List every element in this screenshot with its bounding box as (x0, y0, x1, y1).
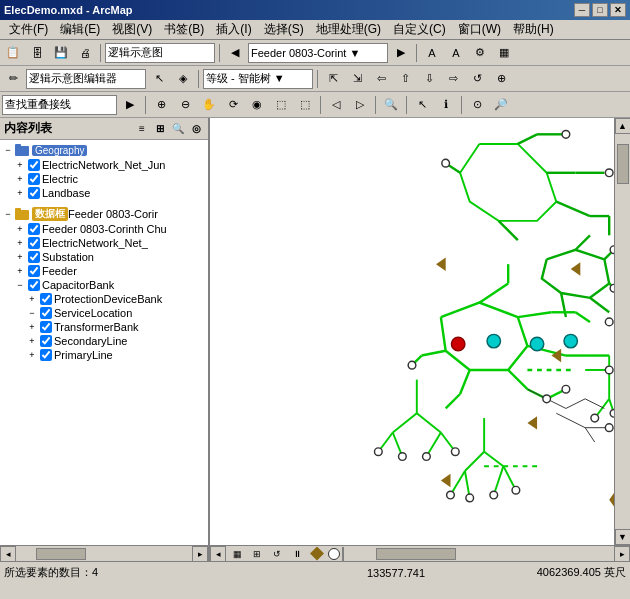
refresh-btn[interactable]: ⟳ (222, 94, 244, 116)
menu-insert[interactable]: 插入(I) (211, 20, 256, 39)
menu-help[interactable]: 帮助(H) (508, 20, 559, 39)
menu-select[interactable]: 选择(S) (259, 20, 309, 39)
check-protectiondevice[interactable] (40, 293, 52, 305)
tb2-btn-4[interactable]: ⇱ (322, 68, 344, 90)
tree-item-feeder0803[interactable]: + Feeder 0803-Corinth Chu (0, 222, 208, 236)
tree-item-primaryline[interactable]: + PrimaryLine (0, 348, 208, 362)
panel-hscroll[interactable]: ◂ ▸ (0, 545, 208, 561)
map-hscroll-thumb[interactable] (376, 548, 456, 560)
tree-item-substation[interactable]: + Substation (0, 250, 208, 264)
tree-item-geography-group[interactable]: − Geography (0, 142, 208, 158)
vscroll-up[interactable]: ▲ (615, 118, 631, 134)
panel-hscroll-left[interactable]: ◂ (0, 546, 16, 562)
menu-edit[interactable]: 编辑(E) (55, 20, 105, 39)
tb-btn-3[interactable]: 💾 (50, 42, 72, 64)
expand-feeder[interactable]: + (14, 265, 26, 277)
identify-btn[interactable]: ⊙ (466, 94, 488, 116)
tree-item-feeder[interactable]: + Feeder (0, 264, 208, 278)
tree-item-electric[interactable]: + Electric (0, 172, 208, 186)
map-hscroll[interactable]: ◂ ▦ ⊞ ↺ ⏸ ▸ (210, 545, 630, 561)
tree-item-servicelocation[interactable]: − ServiceLocation (0, 306, 208, 320)
panel-icon-search[interactable]: 🔍 (170, 121, 186, 137)
pan-btn[interactable]: ✋ (198, 94, 220, 116)
pointer-btn[interactable]: ↖ (411, 94, 433, 116)
vscroll-down[interactable]: ▼ (615, 529, 631, 545)
tb2-btn-11[interactable]: ⊕ (490, 68, 512, 90)
tb2-btn-2[interactable]: ↖ (148, 68, 170, 90)
diagram-dropdown[interactable]: 逻辑示意图 (105, 43, 215, 63)
tb-btn-4[interactable]: 🖨 (74, 42, 96, 64)
minimize-button[interactable]: ─ (574, 3, 590, 17)
map-bottom-btn4[interactable]: ⏸ (288, 547, 306, 561)
check-electricnet2[interactable] (28, 237, 40, 249)
expand-primaryline[interactable]: + (26, 349, 38, 361)
tb2-btn-5[interactable]: ⇲ (346, 68, 368, 90)
panel-icons[interactable]: ≡ ⊞ 🔍 ◎ (134, 121, 204, 137)
tb2-btn-1[interactable]: ✏ (2, 68, 24, 90)
tb2-btn-8[interactable]: ⇩ (418, 68, 440, 90)
info-btn[interactable]: ℹ (435, 94, 457, 116)
panel-hscroll-right[interactable]: ▸ (192, 546, 208, 562)
tb2-btn-3[interactable]: ◈ (172, 68, 194, 90)
tree-item-dataframe-group[interactable]: − 数据框 Feeder 0803-Corir (0, 206, 208, 222)
full-extent-btn[interactable]: ◉ (246, 94, 268, 116)
expand-protectiondevice[interactable]: + (26, 293, 38, 305)
check-primaryline[interactable] (40, 349, 52, 361)
tree-item-landbase[interactable]: + Landbase (0, 186, 208, 200)
rect-select-btn[interactable]: ⬚ (270, 94, 292, 116)
map-hscroll-right[interactable]: ▸ (614, 546, 630, 562)
close-button[interactable]: ✕ (610, 3, 626, 17)
level-dropdown[interactable]: 等级 - 智能树 ▼ (203, 69, 313, 89)
menu-customize[interactable]: 自定义(C) (388, 20, 451, 39)
check-substation[interactable] (28, 251, 40, 263)
tree-item-electricnet2[interactable]: + ElectricNetwork_Net_ (0, 236, 208, 250)
tb2-btn-9[interactable]: ⇨ (442, 68, 464, 90)
menu-geoprocess[interactable]: 地理处理(G) (311, 20, 386, 39)
menu-bookmark[interactable]: 书签(B) (159, 20, 209, 39)
zoom-in-btn[interactable]: ⊕ (150, 94, 172, 116)
map-vscroll[interactable]: ▲ ▼ (614, 118, 630, 545)
expand-substation[interactable]: + (14, 251, 26, 263)
search2-btn[interactable]: 🔎 (490, 94, 512, 116)
check-capacitorbank[interactable] (28, 279, 40, 291)
panel-hscroll-thumb[interactable] (36, 548, 86, 560)
expand-electric-network[interactable]: + (14, 159, 26, 171)
panel-icon-list[interactable]: ≡ (134, 121, 150, 137)
panel-icon-grid[interactable]: ⊞ (152, 121, 168, 137)
map-bottom-btn3[interactable]: ↺ (268, 547, 286, 561)
window-controls[interactable]: ─ □ ✕ (574, 3, 626, 17)
expand-servicelocation[interactable]: − (26, 307, 38, 319)
menu-file[interactable]: 文件(F) (4, 20, 53, 39)
tree-item-electric-network[interactable]: + ElectricNetwork_Net_Jun (0, 158, 208, 172)
tb-btn-1[interactable]: 📋 (2, 42, 24, 64)
expand-dataframe[interactable]: − (2, 208, 14, 220)
maximize-button[interactable]: □ (592, 3, 608, 17)
tb2-btn-7[interactable]: ⇧ (394, 68, 416, 90)
tb-btn-5[interactable]: ◀ (224, 42, 246, 64)
tb2-btn-10[interactable]: ↺ (466, 68, 488, 90)
panel-icon-options[interactable]: ◎ (188, 121, 204, 137)
feeder-dropdown[interactable]: Feeder 0803-Corint ▼ (248, 43, 388, 63)
expand-feeder0803[interactable]: + (14, 223, 26, 235)
find-overlap-dropdown[interactable]: 查找重叠接线 (2, 95, 117, 115)
expand-secondaryline[interactable]: + (26, 335, 38, 347)
tree-container[interactable]: − Geography + ElectricNetwork_Net_Jun + … (0, 140, 208, 545)
map-hscroll-left[interactable]: ◂ (210, 546, 226, 562)
check-transformerbank[interactable] (40, 321, 52, 333)
tb-btn-2[interactable]: 🗄 (26, 42, 48, 64)
check-landbase[interactable] (28, 187, 40, 199)
find-btn[interactable]: 🔍 (380, 94, 402, 116)
expand-landbase[interactable]: + (14, 187, 26, 199)
tree-item-transformerbank[interactable]: + TransformerBank (0, 320, 208, 334)
map-bottom-btn2[interactable]: ⊞ (248, 547, 266, 561)
expand-electricnet2[interactable]: + (14, 237, 26, 249)
menu-view[interactable]: 视图(V) (107, 20, 157, 39)
check-feeder0803[interactable] (28, 223, 40, 235)
map-bottom-btn1[interactable]: ▦ (228, 547, 246, 561)
tb-btn-6[interactable]: ▶ (390, 42, 412, 64)
expand-geography[interactable]: − (2, 144, 14, 156)
map-canvas[interactable] (210, 118, 614, 545)
check-electric[interactable] (28, 173, 40, 185)
tree-item-secondaryline[interactable]: + SecondaryLine (0, 334, 208, 348)
tree-item-capacitorbank[interactable]: − CapacitorBank (0, 278, 208, 292)
